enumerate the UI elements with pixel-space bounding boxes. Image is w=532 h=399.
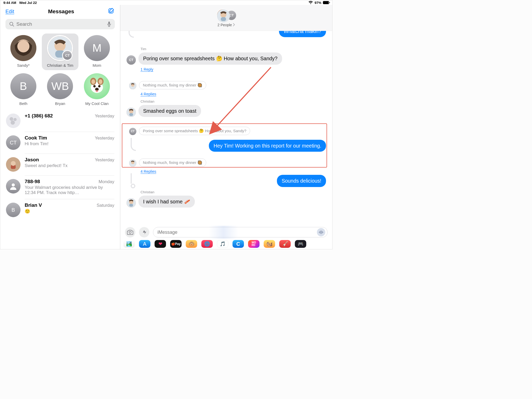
app-icon[interactable]: A [139, 240, 150, 248]
avatar: M [84, 35, 110, 61]
message-in[interactable]: Poring over some spreadsheets 🤔 How abou… [138, 52, 282, 64]
reply-quote[interactable]: Nothing much, fixing my dinner 🥘 [139, 158, 206, 167]
camera-button[interactable] [125, 227, 135, 237]
pinned-label: Beth [19, 101, 27, 106]
chevron-right-icon [233, 23, 235, 27]
reply-quote[interactable]: Nothing much, fixing my dinner 🥘 [139, 81, 206, 89]
conversation-list[interactable]: +1 (386) 682Yesterday CT Cook TimYesterd… [0, 110, 120, 249]
battery-percent: 97% [315, 1, 321, 5]
avatar: B [10, 73, 36, 99]
app-icon[interactable]: 🍎Pay [170, 240, 182, 248]
svg-point-24 [12, 183, 15, 187]
status-date: Wed Jul 22 [19, 1, 37, 5]
pinned-beth[interactable]: B Beth [5, 72, 42, 108]
chat-header[interactable]: CT 2 People [120, 5, 332, 31]
wifi-icon [308, 1, 313, 4]
message-text-input[interactable] [157, 230, 317, 235]
reply-count[interactable]: 4 Replies [141, 169, 156, 174]
search-input[interactable] [16, 21, 105, 27]
thread-name: 788-98 [25, 179, 40, 184]
app-icon[interactable]: 🎵 [217, 240, 228, 248]
status-time: 9:44 AM [3, 1, 16, 5]
messages-scroll[interactable]: Whatcha makin? Tim CT Poring over some s… [120, 31, 332, 232]
pinned-label: Christian & Tim [47, 63, 74, 68]
compose-icon[interactable] [108, 8, 115, 15]
svg-point-21 [11, 121, 15, 125]
avatar [216, 9, 229, 22]
pinned-label: Sandy* [17, 63, 30, 68]
avatar [6, 114, 21, 128]
app-icon[interactable]: 🐵 [186, 240, 197, 248]
avatar [47, 35, 73, 61]
chat-header-title[interactable]: 2 People [217, 23, 235, 27]
thread-preview: Your Walmart groceries should arrive by … [25, 185, 114, 195]
appstore-button[interactable] [139, 227, 149, 237]
thread-time: Yesterday [95, 157, 114, 163]
svg-rect-3 [108, 22, 110, 25]
pinned-mom[interactable]: M Mom [78, 34, 115, 70]
list-item[interactable]: 788-98Monday Your Walmart groceries shou… [0, 175, 120, 199]
avatar [6, 157, 21, 172]
app-icon[interactable]: WORD [248, 240, 260, 248]
avatar: CT [6, 135, 21, 150]
list-item[interactable]: CT Cook TimYesterday Hi from Tim! [0, 132, 120, 154]
chat-pane: CT 2 People Whatcha makin? Tim CT Por [120, 5, 332, 249]
thread-name: +1 (386) 682 [25, 113, 53, 119]
audio-record-button[interactable] [317, 228, 325, 236]
list-item[interactable]: B Brian VSaturday 🙂 [0, 199, 120, 221]
thread-time: Monday [99, 179, 114, 184]
svg-point-6 [17, 40, 29, 52]
message-in[interactable]: I wish I had some 🥓 [138, 196, 195, 208]
avatar: B [6, 203, 21, 217]
app-icon[interactable]: 🐿️ [264, 240, 275, 248]
avatar [6, 179, 21, 194]
app-icon[interactable]: ❤ [155, 240, 166, 248]
sidebar: Edit Messages Sandy* [0, 5, 120, 249]
app-icon[interactable]: 🌐 [201, 240, 213, 248]
reply-count[interactable]: 1 Reply [141, 67, 153, 71]
dictation-icon[interactable] [107, 21, 111, 27]
svg-rect-37 [129, 204, 133, 207]
avatar [129, 82, 136, 89]
imessage-app-strip[interactable]: 🏞️ A ❤ 🍎Pay 🐵 🌐 🎵 C WORD 🐿️ 🎸 🎮 [120, 239, 332, 249]
pinned-label: Bryan [55, 101, 65, 106]
message-out[interactable]: Sounds delicious! [277, 175, 326, 187]
pinned-sandy[interactable]: Sandy* [5, 34, 42, 70]
svg-rect-27 [221, 17, 226, 21]
battery-icon [323, 1, 329, 4]
pinned-my-cool-clan[interactable]: My Cool Clan [78, 72, 115, 108]
edit-button[interactable]: Edit [5, 9, 14, 15]
search-icon [9, 22, 14, 27]
app-icon[interactable]: 🎸 [279, 240, 291, 248]
pinned-christian-tim[interactable]: Christian & Tim [42, 34, 79, 70]
pinned-bryan[interactable]: WB Bryan [42, 72, 79, 108]
thread-time: Yesterday [95, 136, 114, 141]
thread-preview: Hi from Tim! [25, 141, 114, 147]
reply-count[interactable]: 4 Replies [141, 92, 156, 96]
thread-time: Saturday [97, 203, 114, 208]
sidebar-title: Messages [14, 8, 108, 15]
svg-point-19 [10, 117, 13, 121]
thread-name: Cook Tim [25, 135, 47, 141]
svg-rect-32 [129, 113, 133, 116]
thread-time: Yesterday [95, 114, 114, 119]
search-field[interactable] [5, 19, 115, 29]
status-bar: 9:44 AM Wed Jul 22 97% [0, 0, 332, 5]
reply-quote[interactable]: Poring over some spreadsheets 🤔 How abou… [139, 127, 250, 135]
thread-name: Brian V [25, 202, 42, 208]
message-out[interactable]: Whatcha makin? [279, 31, 326, 37]
app-icon[interactable]: 🏞️ [123, 240, 135, 248]
app-icon[interactable]: 🎮 [295, 240, 306, 248]
message-out[interactable]: Hey Tim! Working on this report for our … [209, 140, 326, 152]
avatar [129, 159, 136, 167]
list-item[interactable]: +1 (386) 682Yesterday [0, 110, 120, 132]
message-in[interactable]: Smashed eggs on toast [138, 105, 201, 117]
app-icon[interactable]: C [232, 240, 244, 248]
avatar [10, 35, 36, 61]
svg-point-18 [96, 90, 98, 92]
message-input[interactable] [153, 227, 328, 237]
chat-header-avatars: CT [216, 9, 236, 22]
list-item[interactable]: JasonYesterday Sweet and perfect! Tx [0, 154, 120, 175]
svg-point-13 [91, 79, 95, 84]
thread-preview: Sweet and perfect! Tx [25, 163, 114, 168]
